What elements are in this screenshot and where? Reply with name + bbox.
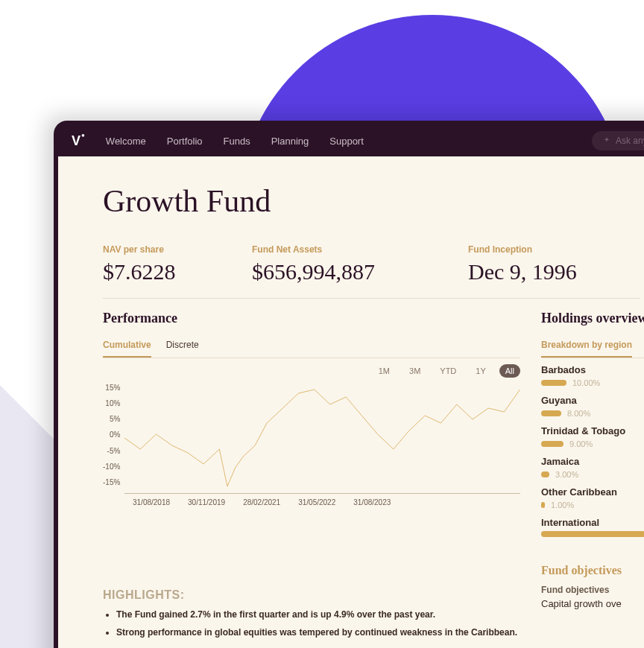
holdings-panel: Holdings overview Breakdown by region To…	[541, 311, 644, 644]
y-tick: -5%	[103, 447, 120, 455]
holding-bar	[541, 410, 561, 416]
stat-label: Fund Inception	[468, 244, 617, 255]
holding-bar	[541, 471, 549, 477]
holding-row: Jamaica3.00%	[541, 456, 644, 479]
stat-value: Dec 9, 1996	[468, 259, 617, 285]
page-title: Growth Fund	[103, 183, 644, 219]
tab-discrete[interactable]: Discrete	[166, 340, 199, 358]
holding-pct: 8.00%	[567, 409, 590, 418]
holding-row: Guyana8.00%	[541, 395, 644, 418]
holding-name: Other Caribbean	[541, 486, 644, 498]
holding-pct: 9.00%	[569, 439, 593, 448]
stats-row: NAV per share $7.6228 Fund Net Assets $6…	[103, 244, 644, 285]
stat-label: Fund Net Assets	[252, 244, 468, 255]
performance-panel: Performance Cumulative Discrete 1M 3M YT…	[103, 311, 535, 644]
performance-tabs: Cumulative Discrete	[103, 340, 520, 358]
performance-title: Performance	[103, 311, 535, 326]
y-tick: -10%	[103, 463, 120, 471]
search-input[interactable]: Ask anything	[592, 131, 644, 150]
range-all[interactable]: All	[499, 364, 520, 378]
nav-welcome[interactable]: Welcome	[106, 136, 146, 147]
x-tick: 31/05/2022	[298, 498, 335, 506]
holding-bar	[541, 380, 566, 386]
divider	[103, 298, 640, 299]
holding-name: International	[541, 517, 644, 528]
range-1m[interactable]: 1M	[373, 364, 396, 378]
stat-assets: Fund Net Assets $656,994,887	[252, 244, 468, 285]
holding-bar-row: 9.00%	[541, 439, 644, 448]
holding-bar-row: 3.00%	[541, 470, 644, 479]
highlights-title: HIGHLIGHTS:	[103, 588, 535, 602]
holding-bar-row	[541, 531, 644, 537]
objectives-text: Capital growth ove	[541, 598, 644, 609]
holding-name: Guyana	[541, 395, 644, 406]
holding-row: International	[541, 517, 644, 537]
y-tick: 5%	[103, 415, 120, 423]
y-tick: 0%	[103, 431, 120, 439]
holding-bar	[541, 502, 545, 508]
y-tick: -15%	[103, 478, 120, 486]
chart-plot	[124, 382, 520, 494]
tab-breakdown-region[interactable]: Breakdown by region	[541, 340, 632, 358]
sparkle-icon	[602, 136, 611, 145]
holding-row: Other Caribbean1.00%	[541, 486, 644, 509]
holdings-tabs: Breakdown by region To	[541, 340, 644, 358]
holding-pct: 10.00%	[572, 378, 600, 387]
stat-value: $656,994,887	[252, 259, 468, 285]
holdings-list: Barbados10.00%Guyana8.00%Trinidad & Toba…	[541, 364, 644, 537]
app-window: V● Welcome Portfolio Funds Planning Supp…	[54, 121, 644, 648]
range-3m[interactable]: 3M	[403, 364, 426, 378]
nav-support[interactable]: Support	[329, 136, 364, 147]
holding-row: Trinidad & Tobago9.00%	[541, 425, 644, 448]
holding-bar	[541, 441, 564, 447]
performance-chart: 15% 10% 5% 0% -5% -10% -15%	[103, 382, 520, 494]
search-placeholder: Ask anything	[616, 136, 644, 146]
x-tick: 30/11/2019	[188, 498, 225, 506]
top-nav: V● Welcome Portfolio Funds Planning Supp…	[58, 125, 644, 156]
nav-menu: Welcome Portfolio Funds Planning Support	[106, 136, 364, 147]
stat-label: NAV per share	[103, 244, 252, 255]
range-1y[interactable]: 1Y	[470, 364, 491, 378]
x-tick: 28/02/2021	[243, 498, 280, 506]
nav-planning[interactable]: Planning	[271, 136, 309, 147]
stat-value: $7.6228	[103, 259, 252, 285]
tab-cumulative[interactable]: Cumulative	[103, 340, 151, 358]
y-tick: 10%	[103, 399, 120, 407]
objectives-label: Fund objectives	[541, 585, 644, 595]
range-ytd[interactable]: YTD	[434, 364, 462, 378]
holding-name: Trinidad & Tobago	[541, 425, 644, 436]
x-tick: 31/08/2023	[353, 498, 391, 506]
highlights-list: The Fund gained 2.7% in the first quarte…	[103, 608, 535, 639]
chart-y-axis: 15% 10% 5% 0% -5% -10% -15%	[103, 382, 120, 486]
highlight-item: Strong performance in global equities wa…	[116, 626, 535, 639]
stat-nav: NAV per share $7.6228	[103, 244, 252, 285]
holding-bar-row: 1.00%	[541, 501, 644, 509]
holding-pct: 1.00%	[551, 501, 574, 509]
objectives-title: Fund objectives	[541, 564, 644, 577]
x-tick: 31/08/2018	[133, 498, 170, 506]
holding-pct: 3.00%	[555, 470, 578, 479]
nav-portfolio[interactable]: Portfolio	[167, 136, 203, 147]
stat-inception: Fund Inception Dec 9, 1996	[468, 244, 617, 285]
holdings-title: Holdings overview	[541, 311, 644, 326]
holding-bar-row: 10.00%	[541, 378, 644, 387]
main-content: Growth Fund NAV per share $7.6228 Fund N…	[58, 156, 644, 648]
range-selector: 1M 3M YTD 1Y All	[103, 364, 520, 378]
holding-name: Barbados	[541, 364, 644, 375]
highlight-item: The Fund gained 2.7% in the first quarte…	[116, 608, 535, 621]
holding-name: Jamaica	[541, 456, 644, 467]
chart-x-axis: 31/08/2018 30/11/2019 28/02/2021 31/05/2…	[103, 498, 520, 506]
holding-bar	[541, 531, 644, 537]
y-tick: 15%	[103, 384, 120, 392]
brand-logo[interactable]: V●	[72, 133, 85, 149]
nav-funds[interactable]: Funds	[224, 136, 250, 147]
holding-row: Barbados10.00%	[541, 364, 644, 387]
holding-bar-row: 8.00%	[541, 409, 644, 418]
